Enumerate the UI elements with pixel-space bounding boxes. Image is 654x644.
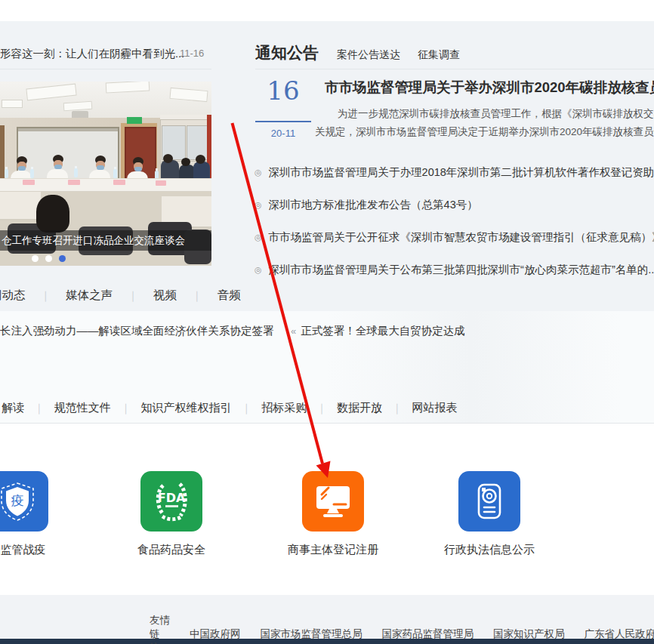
camera-icon bbox=[474, 482, 505, 520]
service-label-law-enforcement[interactable]: 行政执法信息公示 bbox=[425, 543, 554, 557]
infonav-tender-procurement[interactable]: 招标采购 bbox=[261, 401, 307, 415]
featured-excerpt-line1: 为进一步规范深圳市碳排放核查员管理工作，根据《深圳市碳排放权交易管理 bbox=[338, 107, 654, 121]
fda-laurel-icon: FDA bbox=[152, 481, 191, 522]
top-white-band bbox=[0, 0, 654, 21]
carousel-caption: 仓工作专班召开进口冻品企业交流座谈会 bbox=[2, 234, 211, 248]
infonav-interpretation[interactable]: 解读 bbox=[2, 401, 24, 415]
standing-person-head bbox=[181, 158, 190, 166]
service-label-food-drug[interactable]: 食品药品安全 bbox=[107, 543, 236, 557]
info-nav: 解读 ｜ 规范性文件 ｜ 知识产权维权指引 ｜ 招标采购 ｜ 数据开放 ｜ 网站… bbox=[2, 401, 458, 415]
date-underline bbox=[255, 121, 311, 122]
bullet-icon: ◎ bbox=[255, 265, 262, 274]
tab-case-announcements[interactable]: 案件公告送达 bbox=[337, 48, 400, 62]
subnav-news[interactable]: 闻动态 bbox=[0, 288, 26, 304]
bullet-icon: ◎ bbox=[255, 200, 262, 209]
ticker-marker-icon: « bbox=[291, 325, 296, 337]
svg-text:疫: 疫 bbox=[11, 493, 24, 508]
nav-separator: ｜ bbox=[192, 289, 202, 303]
standing-person-head bbox=[196, 155, 205, 164]
foreground-person-head bbox=[36, 195, 69, 233]
footer-links: 友情链接： 中国政府网 国家市场监督管理总局 国家药品监督管理局 国家知识产权局… bbox=[150, 614, 654, 644]
name-plate bbox=[156, 180, 166, 186]
friendly-links-label: 友情链接： bbox=[150, 614, 170, 644]
notice-title: 通知公告 bbox=[255, 42, 319, 63]
notice-list-item[interactable]: ◎深圳市地方标准批准发布公告（总第43号） bbox=[255, 198, 478, 212]
nav-separator: ｜ bbox=[41, 289, 51, 303]
side-table bbox=[0, 192, 41, 220]
notice-list-item[interactable]: ◎深圳市市场监督管理局关于办理2018年深圳市第二批计算机软件著作权登记资助领 bbox=[255, 165, 654, 180]
carousel-dot-2[interactable] bbox=[45, 255, 52, 262]
notice-list-item[interactable]: ◎市市场监管局关于公开征求《深圳市智慧农贸市场建设管理指引（征求意见稿）》... bbox=[255, 230, 654, 245]
name-plate bbox=[68, 180, 80, 185]
notice-list-item[interactable]: ◎深圳市市场监督管理局关于公布第三批第四批深圳市“放心肉菜示范超市”名单的... bbox=[255, 263, 654, 277]
exit-sign bbox=[127, 117, 142, 124]
infonav-open-data[interactable]: 数据开放 bbox=[337, 401, 382, 415]
carousel-caption-bar: 仓工作专班召开进口冻品企业交流座谈会 bbox=[0, 230, 211, 251]
name-plate bbox=[113, 180, 125, 185]
notice-divider bbox=[255, 69, 654, 69]
water-bottle bbox=[74, 168, 78, 177]
subnav-video[interactable]: 视频 bbox=[153, 288, 177, 304]
infonav-ip-rights-guide[interactable]: 知识产权维权指引 bbox=[140, 401, 231, 415]
infonav-normative-documents[interactable]: 规范性文件 bbox=[54, 401, 111, 415]
service-label-epidemic[interactable]: 场监管战疫 bbox=[0, 543, 82, 557]
left-divider bbox=[0, 69, 211, 69]
service-tile-business-registration[interactable] bbox=[302, 471, 364, 532]
footer-link-gov-cn[interactable]: 中国政府网 bbox=[190, 627, 241, 641]
bullet-icon: ◎ bbox=[255, 233, 262, 242]
ticker-item-1[interactable]: 长注入强劲动力——解读区域全面经济伙伴关系协定签署 bbox=[0, 324, 274, 338]
news-headline[interactable]: 形容这一刻：让人们在阴霾中看到光... bbox=[0, 47, 184, 61]
service-label-business-registration[interactable]: 商事主体登记注册 bbox=[269, 543, 397, 557]
featured-notice-title[interactable]: 市市场监督管理局关于举办深圳市2020年碳排放核查员专业知 bbox=[325, 78, 654, 97]
bullet-icon: ◎ bbox=[255, 168, 262, 177]
nav-separator: ｜ bbox=[34, 402, 45, 415]
water-bottle bbox=[113, 169, 117, 178]
ceiling-light bbox=[2, 100, 23, 108]
water-bottle bbox=[5, 169, 8, 178]
service-tile-food-drug[interactable]: FDA bbox=[140, 471, 202, 532]
news-subnav: 闻动态 ｜ 媒体之声 ｜ 视频 ｜ 音频 bbox=[0, 288, 241, 304]
carousel-photo[interactable]: 仓工作专班召开进口冻品企业交流座谈会 bbox=[0, 82, 211, 266]
featured-excerpt-line2: 关规定，深圳市市场监督管理局决定于近期举办深圳市2020年碳排放核查员专业知 bbox=[315, 125, 654, 139]
nav-separator: ｜ bbox=[241, 402, 251, 415]
featured-day: 16 bbox=[255, 75, 311, 106]
monitor-icon bbox=[314, 485, 352, 518]
ticker-item-2[interactable]: 正式签署！全球最大自贸协定达成 bbox=[301, 325, 465, 337]
carousel-dot-3-active[interactable] bbox=[59, 255, 66, 262]
standing-person-head bbox=[163, 154, 173, 163]
ticker-item-2-wrap[interactable]: «正式签署！全球最大自贸协定达成 bbox=[291, 324, 465, 338]
featured-month: 20-11 bbox=[255, 128, 311, 139]
tab-surveys[interactable]: 征集调查 bbox=[418, 48, 460, 62]
service-tile-epidemic[interactable]: 疫 bbox=[0, 471, 48, 532]
footer-link-nmpa[interactable]: 国家药品监督管理局 bbox=[382, 627, 474, 641]
subnav-media-voice[interactable]: 媒体之声 bbox=[66, 288, 113, 304]
name-plate bbox=[23, 180, 35, 185]
carousel-dot-1[interactable] bbox=[32, 255, 39, 262]
footer-link-samr[interactable]: 国家市场监督管理总局 bbox=[261, 627, 362, 641]
nav-separator: ｜ bbox=[128, 289, 138, 303]
page: 形容这一刻：让人们在阴霾中看到光... 11-16 通知公告 案件公告送达 征集… bbox=[0, 0, 654, 644]
footer-link-gd-gov[interactable]: 广东省人民政府 bbox=[585, 627, 654, 641]
subnav-audio[interactable]: 音频 bbox=[217, 288, 241, 304]
nav-separator: ｜ bbox=[392, 402, 403, 415]
nav-separator: ｜ bbox=[316, 402, 327, 415]
nav-separator: ｜ bbox=[121, 402, 131, 415]
infonav-site-reports[interactable]: 网站报表 bbox=[412, 401, 458, 415]
water-bottle bbox=[30, 169, 34, 178]
news-date: 11-16 bbox=[180, 48, 204, 59]
shield-epidemic-icon: 疫 bbox=[0, 481, 35, 522]
section-divider bbox=[0, 423, 654, 424]
footer-link-cnipa[interactable]: 国家知识产权局 bbox=[493, 627, 565, 641]
svg-text:FDA: FDA bbox=[158, 491, 186, 505]
service-tile-law-enforcement[interactable] bbox=[458, 471, 520, 532]
